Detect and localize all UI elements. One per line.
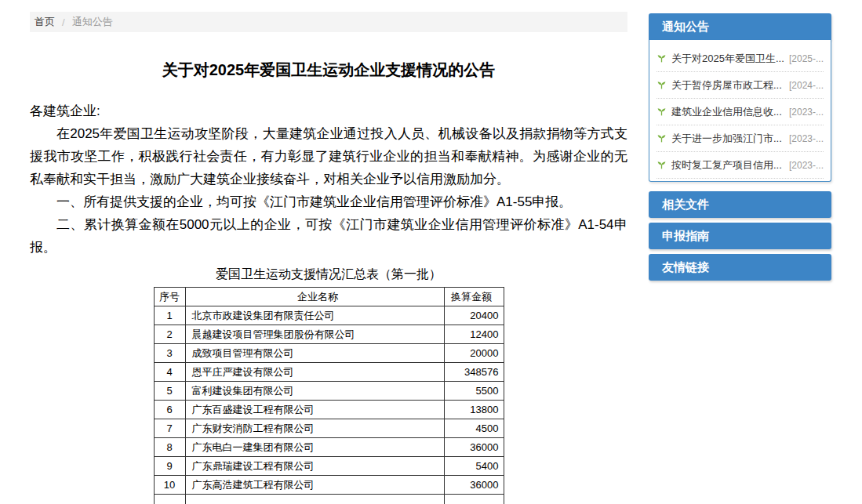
support-table-head: 序号 企业名称 换算金额 bbox=[154, 288, 504, 306]
company-name: 广东电白一建集团有限公司 bbox=[185, 438, 444, 457]
table-row: 8广东电白一建集团有限公司36000 bbox=[154, 438, 504, 457]
notice-item-title: 关于对2025年爱国卫生... bbox=[671, 52, 784, 66]
notice-panel: 通知公告 关于对2025年爱国卫生...[2025-...关于暂停房屋市政工程.… bbox=[649, 13, 831, 182]
row-index: 8 bbox=[154, 438, 185, 457]
table-row: 7广东财安消防工程有限公司4500 bbox=[154, 419, 504, 438]
company-name: 成致项目管理有限公司 bbox=[185, 344, 444, 363]
notice-list: 关于对2025年爱国卫生...[2025-...关于暂停房屋市政工程...[20… bbox=[649, 40, 831, 182]
table-row: 3成致项目管理有限公司20000 bbox=[154, 344, 504, 363]
article-area: 关于对2025年爱国卫生运动企业支援情况的公告 各建筑企业: 在2025年爱国卫… bbox=[30, 32, 627, 504]
company-name bbox=[185, 495, 444, 504]
amount: 5500 bbox=[444, 382, 504, 401]
header-amount: 换算金额 bbox=[444, 288, 504, 306]
row-index: 6 bbox=[154, 401, 185, 419]
notice-list-item[interactable]: 关于对2025年爱国卫生...[2025-... bbox=[657, 45, 824, 72]
amount: 20400 bbox=[444, 306, 504, 325]
table-header-row: 序号 企业名称 换算金额 bbox=[154, 288, 504, 306]
sprout-icon bbox=[657, 107, 667, 117]
table-row: 5富利建设集团有限公司5500 bbox=[154, 382, 504, 401]
row-index: 10 bbox=[154, 476, 185, 495]
company-name: 广东百盛建设工程有限公司 bbox=[185, 401, 444, 419]
breadcrumb-home-link[interactable]: 首页 bbox=[35, 15, 55, 29]
company-name: 广东高浩建筑工程有限公司 bbox=[185, 476, 444, 495]
row-index: 5 bbox=[154, 382, 185, 401]
row-index: 7 bbox=[154, 419, 185, 438]
breadcrumb-separator: / bbox=[62, 16, 65, 28]
company-name: 富利建设集团有限公司 bbox=[185, 382, 444, 401]
sidebar: 通知公告 关于对2025年爱国卫生...[2025-...关于暂停房屋市政工程.… bbox=[649, 13, 831, 281]
row-index bbox=[154, 495, 185, 504]
sprout-icon bbox=[657, 160, 667, 170]
notice-item-title: 建筑业企业信用信息收... bbox=[671, 105, 784, 119]
notice-list-item[interactable]: 建筑业企业信用信息收...[2023-... bbox=[657, 99, 824, 125]
amount: 20000 bbox=[444, 344, 504, 363]
table-row: 4恩平庄严建设有限公司348576 bbox=[154, 363, 504, 382]
table-row bbox=[154, 495, 504, 504]
amount bbox=[444, 495, 504, 504]
notice-list-item[interactable]: 关于暂停房屋市政工程...[2024-... bbox=[657, 72, 824, 99]
article-paragraph: 一、所有提供支援的企业，均可按《江门市建筑业企业信用管理评价标准》A1-55申报… bbox=[30, 190, 627, 213]
notice-item-date: [2023-... bbox=[789, 160, 824, 171]
page-title: 关于对2025年爱国卫生运动企业支援情况的公告 bbox=[30, 59, 627, 81]
amount: 12400 bbox=[444, 325, 504, 344]
amount: 4500 bbox=[444, 419, 504, 438]
table-row: 10广东高浩建筑工程有限公司36000 bbox=[154, 476, 504, 495]
amount: 36000 bbox=[444, 476, 504, 495]
table-row: 2晨越建设项目管理集团股份有限公司12400 bbox=[154, 325, 504, 344]
article-body: 各建筑企业: 在2025年爱国卫生运动攻坚阶段，大量建筑企业通过投入人员、机械设… bbox=[30, 100, 627, 259]
company-name: 晨越建设项目管理集团股份有限公司 bbox=[185, 325, 444, 344]
breadcrumb: 首页 / 通知公告 bbox=[30, 12, 627, 32]
sprout-icon bbox=[657, 133, 667, 143]
notice-item-title: 关于进一步加强江门市... bbox=[671, 132, 784, 146]
amount: 13800 bbox=[444, 401, 504, 419]
header-index: 序号 bbox=[154, 288, 185, 306]
amount: 36000 bbox=[444, 438, 504, 457]
notice-item-title: 按时复工复产项目信用... bbox=[671, 158, 784, 172]
breadcrumb-current: 通知公告 bbox=[72, 15, 113, 29]
support-table: 序号 企业名称 换算金额 1北京市政建设集团有限责任公司204002晨越建设项目… bbox=[154, 287, 504, 504]
support-table-body: 1北京市政建设集团有限责任公司204002晨越建设项目管理集团股份有限公司124… bbox=[154, 306, 504, 504]
company-name: 广东鼎瑞建设工程有限公司 bbox=[185, 457, 444, 476]
amount: 5400 bbox=[444, 457, 504, 476]
notice-item-date: [2023-... bbox=[789, 107, 824, 118]
table-row: 9广东鼎瑞建设工程有限公司5400 bbox=[154, 457, 504, 476]
notice-list-item[interactable]: 关于进一步加强江门市...[2023-... bbox=[657, 125, 824, 152]
sprout-icon bbox=[657, 80, 667, 90]
table-title: 爱国卫生运动支援情况汇总表（第一批） bbox=[30, 267, 627, 282]
article-paragraph: 在2025年爱国卫生运动攻坚阶段，大量建筑企业通过投入人员、机械设备以及捐款捐物… bbox=[30, 122, 627, 190]
sidebar-section-related-files[interactable]: 相关文件 bbox=[649, 191, 831, 218]
table-row: 1北京市政建设集团有限责任公司20400 bbox=[154, 306, 504, 325]
sprout-icon bbox=[657, 53, 667, 63]
amount: 348576 bbox=[444, 363, 504, 382]
sidebar-section-notices[interactable]: 通知公告 bbox=[649, 13, 831, 40]
row-index: 3 bbox=[154, 344, 185, 363]
row-index: 2 bbox=[154, 325, 185, 344]
company-name: 广东财安消防工程有限公司 bbox=[185, 419, 444, 438]
row-index: 9 bbox=[154, 457, 185, 476]
row-index: 1 bbox=[154, 306, 185, 325]
sidebar-section-application-guide[interactable]: 申报指南 bbox=[649, 223, 831, 249]
article-paragraph: 二、累计换算金额在5000元以上的企业，可按《江门市建筑业企业信用管理评价标准》… bbox=[30, 213, 627, 259]
page: 首页 / 通知公告 关于对2025年爱国卫生运动企业支援情况的公告 各建筑企业:… bbox=[0, 0, 862, 504]
company-name: 北京市政建设集团有限责任公司 bbox=[185, 306, 444, 325]
sidebar-sections: 相关文件申报指南友情链接 bbox=[649, 191, 831, 281]
article-salutation: 各建筑企业: bbox=[30, 100, 627, 122]
notice-item-date: [2023-... bbox=[789, 133, 824, 144]
notice-item-title: 关于暂停房屋市政工程... bbox=[671, 78, 784, 92]
company-name: 恩平庄严建设有限公司 bbox=[185, 363, 444, 382]
header-company: 企业名称 bbox=[185, 288, 444, 306]
notice-item-date: [2025-... bbox=[789, 53, 824, 64]
notice-item-date: [2024-... bbox=[789, 80, 824, 91]
notice-list-item[interactable]: 按时复工复产项目信用...[2023-... bbox=[657, 152, 824, 179]
row-index: 4 bbox=[154, 363, 185, 382]
table-row: 6广东百盛建设工程有限公司13800 bbox=[154, 401, 504, 419]
sidebar-section-friendly-links[interactable]: 友情链接 bbox=[649, 254, 831, 281]
